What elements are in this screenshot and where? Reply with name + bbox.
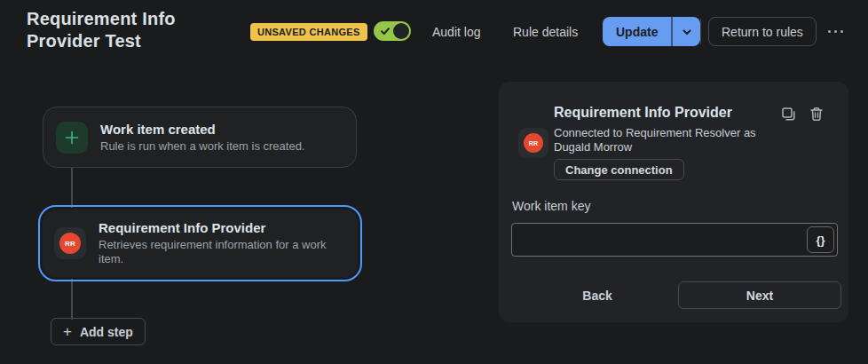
add-step-button[interactable]: + Add step — [51, 318, 146, 345]
rule-enabled-toggle[interactable] — [374, 21, 411, 41]
step-title: Work item created — [100, 122, 304, 137]
step-connector-line — [71, 166, 73, 208]
next-button[interactable]: Next — [678, 281, 841, 309]
update-button[interactable]: Update — [603, 17, 671, 46]
delete-step-button[interactable] — [807, 104, 826, 123]
chevron-down-icon — [681, 26, 693, 38]
rr-avatar: RR — [524, 133, 543, 153]
smart-value-button[interactable]: {} — [807, 226, 834, 253]
update-dropdown-button[interactable] — [671, 17, 700, 46]
copy-icon — [781, 107, 796, 122]
rr-avatar: RR — [59, 233, 81, 254]
add-step-label: Add step — [80, 325, 133, 339]
check-icon — [380, 26, 391, 36]
change-connection-button[interactable]: Change connection — [554, 159, 684, 180]
step-description: Retrieves requirement information for a … — [99, 238, 343, 266]
work-item-key-label: Work item key — [512, 199, 590, 213]
plus-trigger-icon — [56, 122, 88, 154]
plus-icon: + — [63, 324, 72, 339]
back-button[interactable]: Back — [566, 281, 628, 309]
more-menu-button[interactable] — [822, 20, 848, 42]
page-title: Requirement Info Provider Test — [27, 8, 240, 52]
audit-log-link[interactable]: Audit log — [432, 24, 480, 40]
toggle-knob — [393, 23, 409, 39]
rr-app-icon: RR — [518, 128, 548, 158]
rr-app-icon: RR — [54, 227, 86, 259]
connection-text: Connected to Requirement Resolver as Dug… — [554, 126, 783, 154]
step-card-action-selected[interactable]: RR Requirement Info Provider Retrieves r… — [38, 205, 362, 281]
header-divider — [700, 19, 701, 44]
unsaved-changes-badge: UNSAVED CHANGES — [250, 23, 367, 41]
step-title: Requirement Info Provider — [99, 220, 343, 235]
return-to-rules-button[interactable]: Return to rules — [708, 17, 817, 46]
step-card-trigger[interactable]: Work item created Rule is run when a wor… — [43, 107, 357, 168]
unsaved-changes-label: UNSAVED CHANGES — [257, 27, 360, 37]
duplicate-step-button[interactable] — [778, 104, 798, 123]
update-split-button: Update — [603, 17, 700, 46]
panel-title: Requirement Info Provider — [554, 105, 732, 121]
trash-icon — [809, 107, 824, 122]
step-connector-line — [71, 279, 73, 320]
ellipsis-icon — [828, 30, 831, 33]
step-config-panel: Requirement Info Provider RR Connected t… — [499, 82, 848, 322]
work-item-key-field-wrap: {} — [511, 223, 838, 257]
step-description: Rule is run when a work item is created. — [100, 139, 304, 154]
rule-details-link[interactable]: Rule details — [513, 24, 578, 40]
work-item-key-input[interactable] — [512, 224, 837, 256]
